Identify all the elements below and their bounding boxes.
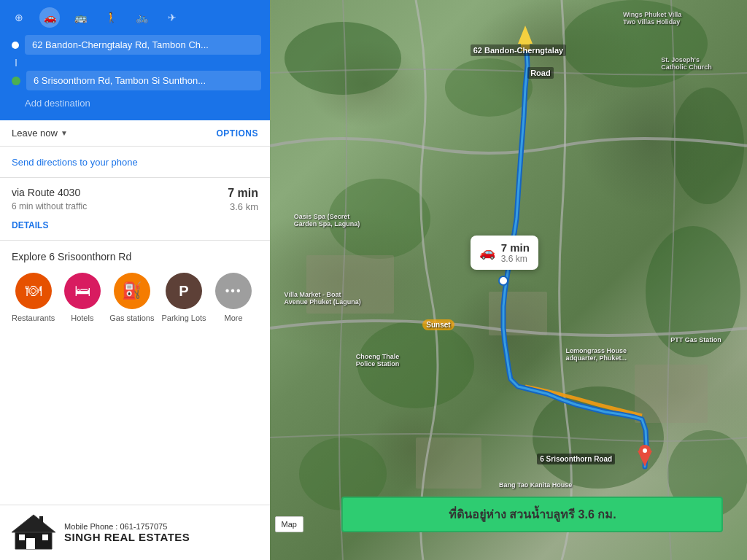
navigate-icon[interactable]: ⊕: [9, 7, 29, 28]
options-button[interactable]: OPTIONS: [216, 128, 258, 139]
walk-icon[interactable]: 🚶: [101, 7, 121, 28]
explore-hotels[interactable]: 🛏 Hotels: [62, 273, 102, 322]
route-option: via Route 4030 7 min 6 min without traff…: [0, 178, 270, 241]
explore-title: Explore 6 Srisoonthorn Rd: [12, 251, 258, 262]
send-directions-link[interactable]: Send directions to your phone: [12, 157, 138, 168]
bubble-info: 7 min 3.6 km: [501, 241, 530, 264]
explore-icons: 🍽 Restaurants 🛏 Hotels ⛽ Gas stations P …: [12, 273, 258, 322]
explore-more[interactable]: ••• More: [214, 273, 254, 322]
more-label: More: [225, 314, 243, 322]
svg-rect-2: [26, 538, 35, 549]
origin-row: [9, 35, 261, 55]
restaurants-icon: 🍽: [15, 273, 52, 309]
leave-now-arrow: ▼: [61, 129, 68, 137]
parking-icon: P: [166, 273, 202, 309]
map-label-srisoon: 6 Srisoonthorn Road: [537, 454, 615, 464]
transit-icon[interactable]: 🚌: [70, 7, 90, 28]
logo-company: SINGH REAL ESTATES: [64, 531, 190, 543]
dest-row: [9, 71, 261, 90]
explore-parking[interactable]: P Parking Lots: [161, 273, 206, 322]
svg-point-8: [445, 58, 533, 117]
parking-label: Parking Lots: [161, 314, 206, 322]
map-mini-text: Map: [282, 520, 297, 529]
svg-rect-5: [39, 516, 43, 525]
route-time: 7 min: [228, 187, 258, 200]
restaurants-label: Restaurants: [12, 314, 55, 322]
map-label-sunset: Sunset: [422, 319, 454, 330]
explore-gas[interactable]: ⛽ Gas stations: [109, 273, 154, 322]
svg-point-26: [643, 448, 647, 453]
svg-rect-4: [42, 534, 48, 540]
route-bottom-row: 6 min without traffic 3.6 km: [12, 201, 258, 216]
leave-bar: Leave now ▼ OPTIONS: [0, 120, 270, 147]
more-icon: •••: [215, 273, 252, 309]
origin-input[interactable]: [25, 35, 261, 55]
map-label-villa: Villa Market - BoatAvenue Phuket (Laguna…: [285, 291, 361, 306]
map-label-road: Road: [527, 67, 554, 79]
bubble-car-icon: 🚗: [479, 244, 495, 260]
map-label-oasis: Oasis Spa (SecretGarden Spa, Laguna): [294, 213, 360, 228]
leave-now-label: Leave now: [12, 128, 58, 139]
route-via: via Route 4030: [12, 187, 80, 198]
svg-rect-3: [19, 534, 25, 540]
map-background: 62 Bandon-Cherngtalay Road St. Joseph'sC…: [270, 0, 747, 560]
map-panel[interactable]: 62 Bandon-Cherngtalay Road St. Joseph'sC…: [270, 0, 747, 560]
bubble-time: 7 min: [501, 241, 530, 254]
map-label-ptt: PTT Gas Station: [670, 336, 721, 343]
route-info-bubble: 🚗 7 min 3.6 km: [471, 236, 538, 270]
explore-section: Explore 6 Srisoonthorn Rd 🍽 Restaurants …: [0, 241, 270, 505]
bottom-banner: ที่ดินอยู่ห่าง สวนน้ำบลูทรี 3.6 กม.: [341, 497, 723, 532]
hotels-icon: 🛏: [64, 273, 101, 309]
svg-point-7: [285, 22, 401, 95]
flight-icon[interactable]: ✈: [162, 7, 182, 28]
explore-restaurants[interactable]: 🍽 Restaurants: [12, 273, 55, 322]
house-logo-icon: [12, 513, 55, 553]
hotels-label: Hotels: [71, 314, 93, 322]
car-mode-icon[interactable]: 🚗: [39, 7, 60, 28]
logo-phone: Mobile Phone : 061-1757075: [64, 522, 190, 531]
svg-point-21: [499, 276, 508, 285]
bubble-dist: 3.6 km: [501, 254, 530, 264]
top-blue-section: ⊕ 🚗 🚌 🚶 🚲 ✈ Add destination: [0, 0, 270, 120]
gas-label: Gas stations: [109, 314, 154, 322]
route-connector: [15, 59, 17, 66]
dest-input[interactable]: [26, 71, 261, 90]
send-directions-row[interactable]: Send directions to your phone: [0, 147, 270, 178]
route-distance: 3.6 km: [230, 201, 258, 212]
transport-mode-bar: ⊕ 🚗 🚌 🚶 🚲 ✈: [9, 7, 261, 28]
map-label-choeng: Choeng ThalePolice Station: [356, 353, 400, 368]
map-label-bangkao: Bang Tao Kanita House: [499, 481, 572, 489]
route-inputs: Add destination: [9, 35, 261, 112]
map-label-bandon: 62 Bandon-Cherngtalay: [471, 44, 566, 56]
route-sub: 6 min without traffic: [12, 201, 87, 211]
map-label-lemon: Lemongrass Houseadquarter, Phuket...: [565, 347, 627, 362]
details-link[interactable]: DETAILS: [12, 220, 48, 230]
gas-icon: ⛽: [114, 273, 150, 309]
cycle-icon[interactable]: 🚲: [131, 7, 152, 28]
map-label-wings: Wings Phuket VillaTwo Villas Holiday: [623, 11, 681, 26]
map-label-stjoseph: St. Joseph'sCatholic Church: [661, 56, 712, 71]
dest-dot: [12, 77, 20, 85]
origin-dot: [12, 42, 19, 49]
svg-marker-1: [12, 515, 55, 532]
add-destination-btn[interactable]: Add destination: [9, 95, 261, 112]
svg-rect-19: [635, 365, 708, 423]
company-logo-section: Mobile Phone : 061-1757075 SINGH REAL ES…: [0, 505, 270, 560]
map-mini-label[interactable]: Map: [275, 516, 303, 532]
logo-text: Mobile Phone : 061-1757075 SINGH REAL ES…: [64, 522, 190, 543]
route-top-row: via Route 4030 7 min: [12, 187, 258, 200]
svg-point-10: [671, 88, 744, 204]
map-roads-svg: [270, 0, 747, 560]
leave-now-btn[interactable]: Leave now ▼: [12, 128, 68, 139]
left-panel: ⊕ 🚗 🚌 🚶 🚲 ✈ Add destination Leave now ▼: [0, 0, 270, 560]
